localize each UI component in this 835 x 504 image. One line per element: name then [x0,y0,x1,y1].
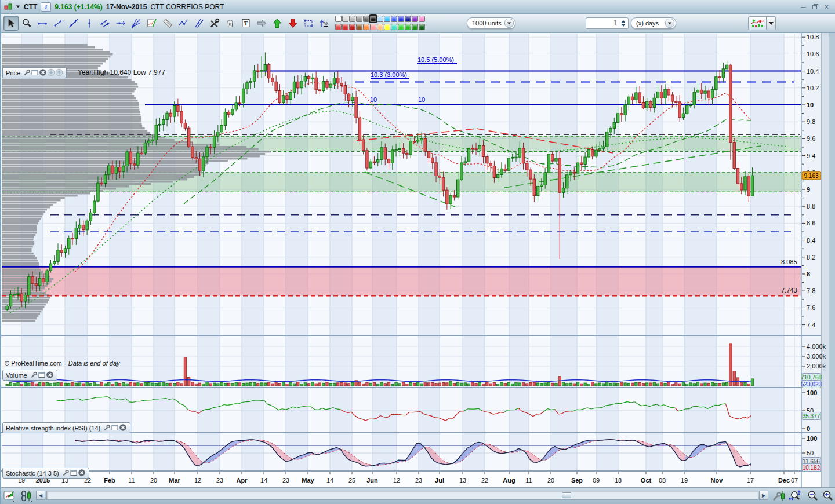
units-dropdown-icon[interactable] [504,19,514,28]
chart-canvas[interactable]: 10.810.610.410.2109.89.69.49.298.88.68.4… [1,33,835,487]
zigzag-tool-button[interactable] [176,16,191,31]
bars-spinner[interactable]: 1 [586,17,629,29]
units-select[interactable]: 1000 units [467,17,515,29]
svg-text:Dec: Dec [778,477,790,484]
restore-button[interactable] [810,2,820,11]
close-icon[interactable] [46,371,54,379]
window-icon[interactable] [111,423,119,432]
color-swatch[interactable] [335,24,342,30]
segment-tool-button[interactable] [50,16,66,31]
spinner-down-icon[interactable] [621,24,626,27]
svg-text:20: 20 [150,477,157,484]
color-swatch[interactable] [363,24,369,30]
zone-select-tool-button[interactable] [301,16,316,31]
color-swatch[interactable] [335,16,342,22]
svg-text:9: 9 [807,186,810,193]
window-icon[interactable] [31,68,39,76]
settings-tools-tool-button[interactable] [207,16,222,31]
percent-tool-button[interactable]: % [317,16,332,31]
trendline-tool-button[interactable] [66,16,81,31]
close-button[interactable]: × [822,2,832,11]
wrench-icon[interactable] [30,371,38,379]
buy-arrow-tool-button[interactable] [270,16,285,31]
color-swatch[interactable] [356,16,362,22]
color-swatch[interactable] [398,16,404,22]
chart-type-dropdown-icon[interactable] [767,16,776,30]
close-icon[interactable] [78,469,86,477]
chart-type-button[interactable] [748,16,776,30]
window-icon[interactable] [70,469,78,477]
chart-type-icon[interactable] [748,16,767,30]
delete-tool-button[interactable] [223,16,238,31]
close-icon[interactable] [39,68,47,76]
horizontal-segment-tool-button[interactable] [35,16,50,31]
color-swatch[interactable] [419,24,425,30]
pointer-tool-button[interactable] [3,16,19,31]
vertical-line-tool-button[interactable] [82,16,97,31]
color-swatch[interactable] [377,16,383,22]
color-swatch[interactable] [405,16,411,22]
window-icon[interactable] [38,371,46,379]
svg-text:Jul: Jul [435,477,444,484]
color-swatch[interactable] [412,16,418,22]
zoom-in-icon[interactable] [820,490,835,502]
color-swatch[interactable] [391,24,397,30]
minimize-button[interactable]: ─ [798,2,808,11]
export-chart-icon[interactable] [3,490,18,502]
period-select[interactable]: (x) days [631,17,676,29]
svg-text:10.8: 10.8 [807,34,819,41]
horizontal-scrollbar[interactable] [46,491,758,500]
pattern-tool-button[interactable] [144,16,159,31]
color-swatch[interactable] [377,24,383,30]
spinner-up-icon[interactable] [621,20,626,23]
forward-arrow-tool-button[interactable] [254,16,269,31]
symbol-dropdown-icon[interactable] [16,6,20,8]
scroll-left-icon[interactable]: ◀ [36,491,45,500]
svg-text:11: 11 [128,477,135,484]
scrollbar-thumb[interactable] [562,492,571,498]
color-swatch[interactable] [342,24,348,30]
color-swatch[interactable] [370,24,376,30]
color-swatch[interactable] [384,16,390,22]
zoom-fit-icon[interactable] [787,490,803,502]
zoom-tool-button[interactable] [19,16,34,31]
prorealtime-window: CTT i 9.163 (+1.14%) 17-Nov-2015 CTT COR… [0,0,835,504]
zoom-out-icon[interactable] [805,490,820,502]
color-swatch[interactable] [349,24,355,30]
color-swatch[interactable] [356,24,362,30]
wrench-icon[interactable] [103,423,111,432]
svg-text:10.182: 10.182 [803,465,821,471]
color-swatch[interactable] [412,24,418,30]
period-dropdown-icon[interactable] [665,19,674,28]
chart-settings-icon[interactable] [771,490,786,502]
last-price-box: 9.163 [802,172,821,180]
parallel-lines-tool-button[interactable] [97,16,112,31]
color-swatch[interactable] [370,16,376,22]
svg-text:9.8: 9.8 [807,118,815,125]
svg-text:12: 12 [194,477,201,484]
scroll-right-icon[interactable]: ▶ [759,491,768,500]
info-button[interactable]: i [41,2,51,12]
sell-arrow-tool-button[interactable] [285,16,300,31]
ruler-tool-button[interactable] [160,16,175,31]
price-panel-title: Price [6,70,20,76]
channel-tool-button[interactable] [191,16,206,31]
link-instrument-icon[interactable] [19,490,34,502]
text-tool-button[interactable]: T [238,16,253,31]
color-swatch[interactable] [405,24,411,30]
color-swatch[interactable] [391,16,397,22]
color-swatch[interactable] [342,16,348,22]
fan-lines-tool-button[interactable] [129,16,144,31]
color-swatch[interactable] [384,24,390,30]
wrench-icon[interactable] [23,68,31,76]
color-swatch[interactable] [419,16,425,22]
color-swatch[interactable] [349,16,355,22]
wrench-icon[interactable] [61,469,70,477]
horizontal-ray-tool-button[interactable] [113,16,128,31]
color-swatch[interactable] [398,24,404,30]
color-swatch[interactable] [363,16,369,22]
tool-buttons: T% [3,16,332,31]
year-range-label: Year:High 10.640 Low 7.977 [78,68,165,76]
close-icon[interactable] [119,423,127,432]
svg-text:10: 10 [370,96,377,103]
